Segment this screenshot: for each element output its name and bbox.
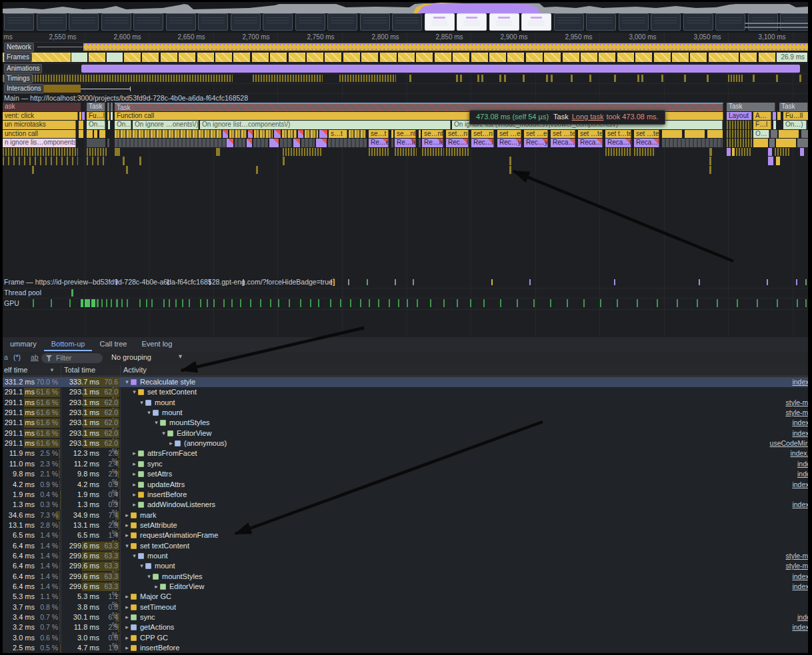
source-link[interactable]: style-mod [785, 408, 808, 416]
table-row[interactable]: 5.3 ms1.1 %5.3 ms1.1 %▸Major GC [3, 592, 808, 602]
frame-segment[interactable] [161, 53, 178, 62]
source-link[interactable]: index. [797, 613, 808, 621]
collapse-arrow-icon[interactable]: ▾ [131, 551, 138, 561]
regex-icon[interactable]: (*) [13, 353, 21, 361]
flame-bar[interactable]: set…nt [471, 130, 494, 139]
flame-bar[interactable]: s…t [329, 130, 347, 139]
frame-segment[interactable] [142, 53, 159, 62]
flame-bar[interactable]: Rec…le [446, 139, 469, 147]
table-row[interactable]: 291.1 ms61.6 %293.1 ms62.0 %▸(anonymous)… [3, 438, 808, 448]
table-row[interactable]: 6.4 ms1.4 %299.6 ms63.3 %▾mountStylesind… [3, 572, 808, 582]
frame-segment[interactable] [435, 53, 452, 62]
frame-segment[interactable] [270, 53, 287, 62]
timings-track-label[interactable]: Timings [4, 74, 33, 83]
source-link[interactable]: index.js [792, 429, 808, 437]
table-row[interactable]: 9.8 ms2.1 %9.8 ms2.1 %▸setAttrsindex. [3, 469, 808, 479]
track-interactions[interactable]: Interactions [3, 83, 808, 94]
frame-segment[interactable] [325, 53, 342, 62]
collapse-arrow-icon[interactable]: ▾ [138, 561, 145, 571]
flame-bar[interactable]: ask [3, 103, 81, 111]
frame-segment[interactable] [740, 53, 757, 62]
source-link[interactable]: useCodeMirror [770, 439, 808, 447]
table-row[interactable]: 4.2 ms0.9 %4.2 ms0.9 %▸updateAttrsindex.… [3, 480, 808, 490]
frame-segment[interactable] [124, 53, 141, 62]
frame-segment[interactable] [71, 53, 88, 62]
flame-bar[interactable]: Rec…yle [524, 139, 548, 147]
frame-segment[interactable] [544, 53, 561, 62]
source-link[interactable]: index. [797, 470, 808, 478]
main-thread-label[interactable]: Main — http://localhost:3000/projects/bd… [4, 94, 248, 102]
frame-segment[interactable] [416, 53, 433, 62]
thread-pool-label[interactable]: Thread pool [4, 289, 41, 297]
screenshot-thumbnail[interactable] [69, 13, 99, 31]
collapse-arrow-icon[interactable]: ▾ [145, 572, 153, 582]
expand-arrow-icon[interactable]: ▸ [131, 490, 138, 500]
track-timings[interactable]: Timings [3, 73, 808, 84]
frame-track-label[interactable]: Frame — https://id-preview--bd53fd9d-728… [4, 278, 335, 286]
expand-arrow-icon[interactable]: ▸ [131, 459, 138, 469]
frame-segment[interactable] [722, 53, 739, 62]
frame-segment[interactable] [635, 53, 653, 62]
source-link[interactable]: index. [797, 460, 808, 468]
frame-segment[interactable] [654, 53, 671, 62]
frame-segment[interactable] [215, 53, 233, 62]
frame-segment[interactable] [617, 53, 635, 62]
collapse-arrow-icon[interactable]: ▾ [131, 387, 138, 397]
flame-bar[interactable]: F…l [753, 121, 771, 129]
table-row[interactable]: 291.1 ms61.6 %293.1 ms62.0 %▾EditorViewi… [3, 428, 808, 438]
table-row[interactable]: 13.1 ms2.8 %13.1 ms2.8 %▸setAttribute [3, 520, 808, 530]
table-row[interactable]: 11.9 ms2.5 %12.3 ms2.6 %▸attrsFromFaceti… [3, 448, 808, 458]
flame-bar[interactable]: se…nt [422, 130, 443, 139]
table-row[interactable]: 3.2 ms0.7 %11.8 ms2.5 %▸getActionsindex.… [3, 622, 808, 632]
expand-arrow-icon[interactable]: ▸ [167, 438, 175, 448]
screenshot-thumbnail[interactable] [780, 13, 808, 31]
track-gpu[interactable]: GPU [3, 298, 808, 310]
table-row[interactable]: 6.4 ms1.4 %299.6 ms63.3 %▾mountstyle-mod [3, 551, 808, 561]
expand-arrow-icon[interactable]: ▸ [131, 469, 138, 479]
network-requests-bar[interactable] [83, 43, 808, 51]
frame-segment[interactable] [690, 53, 707, 62]
track-frames[interactable]: 26.9 ms Frames [3, 52, 808, 64]
screenshot-thumbnail[interactable] [295, 13, 325, 31]
source-link[interactable]: index.js: [790, 449, 808, 457]
frame-segment[interactable] [361, 53, 379, 62]
screenshot-thumbnail[interactable] [166, 13, 196, 31]
source-link[interactable]: index.js [792, 480, 808, 488]
flame-bar[interactable]: vent: click [3, 112, 78, 121]
flame-bar[interactable]: Re…le [395, 139, 416, 147]
source-link[interactable]: index.js [792, 378, 808, 386]
track-thread-pool[interactable]: Thread pool [3, 288, 808, 299]
flame-bar[interactable]: se…t [369, 130, 389, 139]
flame-bar[interactable]: Reca…tyle [605, 139, 631, 147]
screenshot-thumbnail[interactable] [489, 13, 519, 31]
flame-bar[interactable]: Re…le [422, 139, 443, 147]
interaction-bar[interactable] [39, 85, 81, 93]
table-row[interactable]: 3.0 ms0.6 %3.0 ms0.6 %▸CPP GC [3, 633, 808, 643]
flame-bar[interactable]: Fu…ll [783, 112, 808, 121]
screenshot-thumbnail[interactable] [231, 13, 261, 31]
expand-arrow-icon[interactable]: ▸ [123, 602, 131, 612]
expand-arrow-icon[interactable]: ▸ [123, 592, 131, 602]
flame-bar[interactable]: un microtasks [3, 121, 76, 129]
tab-event-log[interactable]: Event log [134, 337, 179, 351]
flame-bar[interactable]: Rec…le [471, 139, 494, 147]
expand-arrow-icon[interactable]: ▸ [123, 612, 131, 622]
flame-bar[interactable]: Reca…tyle [578, 139, 603, 147]
tab-ummary[interactable]: ummary [3, 337, 44, 351]
frame-segment[interactable] [179, 53, 196, 62]
main-flame-chart[interactable]: askTaskTaskTaskTaskvent: clickFu…llFunct… [3, 103, 808, 176]
gpu-label[interactable]: GPU [4, 299, 19, 307]
frames-track-label[interactable]: Frames [4, 53, 32, 62]
flame-bar[interactable]: Rec…yle [497, 139, 521, 147]
flame-bar[interactable]: On ignore …onents\/) [133, 121, 199, 129]
timeline-overview[interactable] [3, 2, 808, 33]
table-row[interactable]: 1.9 ms0.4 %1.9 ms0.4 %▸insertBefore [3, 490, 808, 500]
flame-bar[interactable]: Layout [727, 112, 752, 121]
flame-bar[interactable]: set t…tent [605, 130, 631, 139]
frame-segment[interactable] [233, 53, 251, 62]
collapse-arrow-icon[interactable]: ▾ [145, 408, 153, 418]
match-word-icon[interactable]: ab [31, 353, 39, 361]
match-case-icon[interactable]: a [4, 353, 8, 361]
expand-arrow-icon[interactable]: ▸ [123, 530, 131, 540]
expand-arrow-icon[interactable]: ▸ [123, 622, 131, 632]
